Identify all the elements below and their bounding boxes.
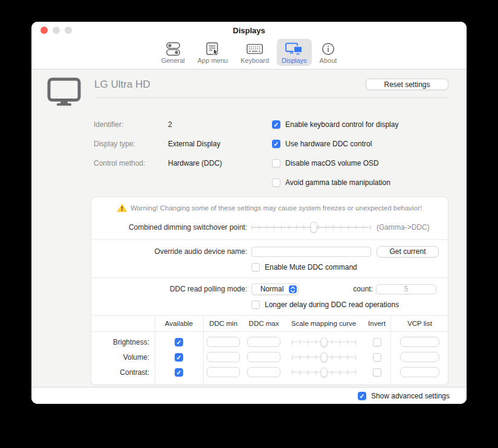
tab-about[interactable]: About [315,39,342,66]
checkbox[interactable] [175,338,183,346]
header-ddc-max: DDC max [244,320,284,327]
document-cursor-icon [205,41,220,56]
tab-about-label: About [320,57,337,64]
checkbox[interactable] [373,353,381,362]
curve-slider[interactable] [292,366,356,378]
info-value: External Display [168,140,221,148]
ddc-min-input[interactable] [207,337,240,347]
tab-app-menu-label: App menu [198,57,228,64]
table-divider [203,316,204,385]
info-label: Control method: [94,159,168,167]
advanced-settings-panel: Warning! Changing some of these settings… [91,196,448,385]
checkbox[interactable] [272,120,280,129]
info-row-control-method: Control method: Hardware (DDC) [94,157,272,169]
slider-thumb[interactable] [320,352,327,362]
toggles-icon [165,41,181,56]
stepper-chevrons-icon [289,285,297,293]
option-label: Avoid gamma table manipulation [285,178,390,187]
warning-row: Warning! Changing some of these settings… [91,203,448,213]
window-title: Displays [31,22,467,40]
checkbox[interactable] [251,300,260,309]
table-divider [155,316,155,385]
header-curve: Scale mapping curve [284,320,363,327]
reset-settings-button[interactable]: Reset settings [366,79,448,90]
option-enable-keyboard-control: Enable keyboard control for display [272,118,398,130]
info-icon [321,41,335,56]
display-info: Identifier: 2 Display type: External Dis… [94,118,448,188]
checkbox[interactable] [272,140,280,148]
checkbox[interactable] [373,368,381,377]
polling-mode-select[interactable]: Normal [251,284,299,295]
count-input[interactable] [376,284,436,294]
header-vcp-list: VCP list [390,320,449,327]
title-bar: Displays [31,22,467,39]
dimming-label: Combined dimming switchover point: [91,223,247,232]
vcp-list-input[interactable] [400,337,439,347]
checkbox[interactable] [175,353,183,362]
table-header-row: Available DDC min DDC max Scale mapping … [91,316,448,332]
header-ddc-min: DDC min [203,320,244,327]
vcp-list-input[interactable] [400,352,439,362]
info-row-display-type: Display type: External Display [94,138,272,149]
warning-icon [117,204,127,212]
zoom-button[interactable] [65,27,72,34]
controls-table: Available DDC min DDC max Scale mapping … [91,315,448,385]
displays-window: Displays General [31,22,467,404]
tab-general-label: General [161,57,185,64]
dimming-slider[interactable] [251,221,371,233]
slider-thumb[interactable] [320,337,327,347]
option-label: Enable keyboard control for display [285,120,398,129]
audio-label: Override audio device name: [91,247,247,256]
option-avoid-gamma-manipulation: Avoid gamma table manipulation [272,177,398,188]
checkbox[interactable] [251,263,260,271]
display-name: LG Ultra HD [94,79,150,91]
info-value: Hardware (DDC) [168,159,222,167]
footer-bar: Show advanced settings [31,387,467,404]
row-label: Brightness: [91,338,155,346]
tab-app-menu[interactable]: App menu [193,39,233,66]
longer-delay-row: Longer delay during DDC read operations [251,299,448,310]
info-row-identifier: Identifier: 2 [94,118,272,130]
slider-thumb[interactable] [310,222,317,233]
table-divider [390,316,391,385]
row-label: Contrast: [91,368,155,377]
tab-displays-label: Displays [282,57,307,64]
tab-displays[interactable]: Displays [277,39,312,66]
audio-name-input[interactable] [251,247,371,257]
header-invert: Invert [363,320,390,327]
table-row-contrast: Contrast: [91,365,448,380]
ddc-min-input[interactable] [207,352,240,362]
option-label: Use hardware DDC control [285,140,372,148]
option-disable-volume-osd: Disable macOS volume OSD [272,157,398,169]
count-label: count: [299,285,373,293]
get-current-button[interactable]: Get current [377,246,439,258]
table-row-volume: Volume: [91,349,448,365]
curve-slider[interactable] [292,336,356,348]
row-label: Volume: [91,353,155,362]
ddc-max-input[interactable] [247,367,280,377]
header-available: Available [155,320,203,327]
option-use-hardware-ddc: Use hardware DDC control [272,138,398,149]
curve-slider[interactable] [292,351,356,363]
checkbox[interactable] [272,159,280,167]
ddc-max-input[interactable] [247,352,280,362]
polling-mode-row: DDC read polling mode: Normal count: [91,283,448,295]
close-button[interactable] [40,27,48,34]
dimming-suffix: (Gamma->DDC) [377,223,430,232]
minimize-button[interactable] [53,27,60,34]
tab-keyboard[interactable]: Keyboard [236,39,274,66]
info-label: Identifier: [94,120,168,129]
tab-general[interactable]: General [157,39,190,66]
slider-thumb[interactable] [320,368,327,377]
ddc-min-input[interactable] [207,367,240,377]
audio-name-row: Override audio device name: Get current [91,245,448,258]
ddc-max-input[interactable] [247,337,280,347]
checkbox[interactable] [358,392,366,400]
show-advanced-label: Show advanced settings [371,392,450,400]
table-row-brightness: Brightness: [91,334,448,349]
info-label: Display type: [94,140,168,148]
checkbox[interactable] [373,338,381,346]
vcp-list-input[interactable] [400,367,439,377]
checkbox[interactable] [272,178,280,187]
checkbox[interactable] [175,368,183,377]
